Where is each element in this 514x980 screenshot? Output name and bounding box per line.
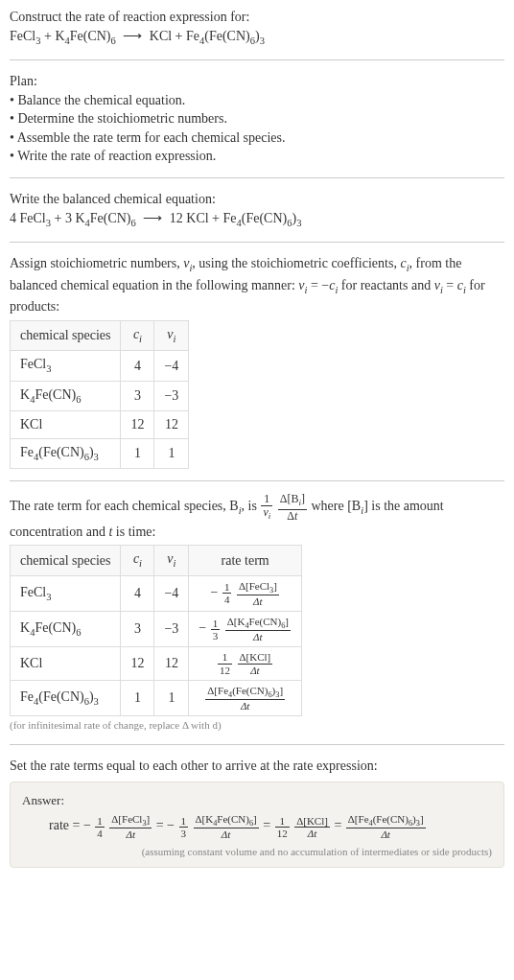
plan-bullet: • Balance the chemical equation.: [10, 91, 504, 110]
sub: 3: [46, 363, 51, 374]
fraction: 14: [222, 581, 232, 605]
fraction: Δ[K4Fe(CN)6]Δt: [225, 616, 291, 642]
species-cell: FeCl3: [11, 575, 121, 611]
text: ]: [253, 813, 257, 825]
species-cell: Fe4(Fe(CN)6)3: [11, 438, 121, 468]
numerator: Δ[FeCl3]: [109, 813, 152, 828]
ci-cell: 12: [121, 411, 154, 439]
denominator: Δt: [346, 828, 426, 840]
text: FeCl: [20, 585, 46, 599]
table-row: KCl 12 12: [11, 411, 189, 439]
answer-note: (assuming constant volume and no accumul…: [22, 845, 492, 859]
numerator: 1: [222, 581, 232, 594]
table-header-row: chemical species ci νi rate term: [11, 546, 302, 575]
col-species: chemical species: [11, 546, 121, 575]
text: ]: [147, 813, 151, 825]
ci-cell: 1: [121, 438, 154, 468]
fraction: Δ[KCl]Δt: [294, 815, 330, 839]
text: Δ[B: [280, 492, 299, 505]
nui-cell: −3: [154, 381, 189, 410]
numerator: 1: [218, 651, 232, 664]
table-header-row: chemical species ci νi: [11, 320, 189, 350]
assign-paragraph: Assign stoichiometric numbers, νi, using…: [10, 254, 504, 316]
text: rate = −: [49, 819, 91, 833]
text: KCl: [20, 656, 42, 670]
text: Fe(CN): [35, 620, 76, 635]
numerator: Δ[FeCl3]: [237, 580, 279, 595]
numerator: Δ[Bi]: [278, 493, 307, 509]
fraction: Δ[FeCl3]Δt: [109, 813, 152, 840]
answer-box: Answer: rate = − 14 Δ[FeCl3]Δt = − 13 Δ[…: [10, 782, 504, 868]
denominator: νi: [261, 506, 272, 522]
table-row: KCl 12 12 112 Δ[KCl]Δt: [11, 647, 302, 680]
eq-text: Fe(CN): [70, 29, 111, 43]
text: ]: [420, 813, 424, 825]
fraction: Δ[Fe4(Fe(CN)6)3]Δt: [346, 813, 426, 840]
fraction: 112: [218, 651, 232, 675]
text: Δ[Fe: [348, 813, 369, 825]
text: where [B: [312, 500, 362, 514]
text: ]: [285, 616, 289, 627]
plan-bullet: • Determine the stoichiometric numbers.: [10, 109, 504, 128]
construct-heading: Construct the rate of reaction expressio…: [10, 8, 504, 27]
numerator: Δ[Fe4(Fe(CN)6)3]: [205, 685, 285, 700]
text: Δ[FeCl: [111, 813, 142, 825]
eq-text: (Fe(CN): [242, 211, 287, 225]
fraction: Δ[K4Fe(CN)6]Δt: [194, 813, 259, 840]
table-row: Fe4(Fe(CN)6)3 1 1: [11, 438, 189, 468]
numerator: 1: [275, 815, 290, 828]
nui-cell: 1: [154, 438, 189, 468]
rate-term-cell: 112 Δ[KCl]Δt: [189, 647, 302, 680]
final-heading: Set the rate terms equal to each other t…: [10, 757, 504, 776]
denominator: Δt: [205, 700, 285, 712]
fraction: 1 νi: [261, 493, 272, 522]
text: (Fe(CN): [232, 685, 268, 696]
equals: =: [334, 819, 344, 833]
table-row: Fe4(Fe(CN)6)3 1 1 Δ[Fe4(Fe(CN)6)3]Δt: [11, 680, 302, 715]
i-sub: i: [139, 333, 142, 343]
sign: −: [211, 585, 219, 599]
text: ]: [273, 580, 277, 592]
denominator: Δt: [194, 828, 259, 840]
divider: [10, 59, 504, 60]
text: Fe(CN): [217, 813, 249, 825]
eq-text: + K: [40, 29, 64, 43]
numerator: Δ[Fe4(Fe(CN)6)3]: [346, 813, 426, 828]
col-ci: ci: [121, 320, 154, 350]
rateterm-paragraph: The rate term for each chemical species,…: [10, 493, 504, 541]
sub: 6: [76, 393, 81, 404]
denominator: Δt: [109, 828, 152, 840]
fraction: 13: [211, 618, 221, 642]
species-cell: KCl: [11, 647, 121, 680]
text: Fe: [20, 445, 34, 459]
sign: −: [199, 621, 206, 636]
numerator: 1: [211, 618, 221, 630]
nui-cell: 1: [154, 680, 189, 715]
reaction-arrow-icon: ⟶: [123, 27, 142, 46]
i-sub: i: [174, 558, 176, 569]
numerator: 1: [179, 815, 189, 828]
eq-sub: 3: [260, 35, 265, 45]
text: The rate term for each chemical species,…: [10, 500, 239, 514]
species-cell: Fe4(Fe(CN)6)3: [11, 680, 121, 715]
denominator: Δt: [278, 510, 307, 523]
col-ci: ci: [121, 546, 154, 575]
text: , is: [242, 500, 261, 514]
i-sub: i: [269, 512, 271, 522]
nui-cell: 12: [154, 411, 189, 439]
numerator: 1: [95, 815, 105, 828]
text: Fe: [20, 689, 34, 704]
ci-cell: 3: [121, 612, 154, 647]
text: Δ[Fe: [207, 685, 228, 696]
sub: 3: [94, 452, 99, 462]
text: Δ[K: [227, 616, 245, 627]
divider: [10, 480, 504, 481]
nui-cell: −4: [154, 351, 189, 381]
text: Δ[FeCl: [239, 580, 269, 592]
rate-expression: rate = − 14 Δ[FeCl3]Δt = − 13 Δ[K4Fe(CN)…: [49, 813, 492, 840]
nui-cell: 12: [154, 647, 189, 680]
t-symbol: t: [294, 509, 297, 523]
table-note: (for infinitesimal rate of change, repla…: [10, 718, 504, 733]
col-species: chemical species: [11, 320, 121, 350]
table-row: K4Fe(CN)6 3 −3: [11, 381, 189, 410]
